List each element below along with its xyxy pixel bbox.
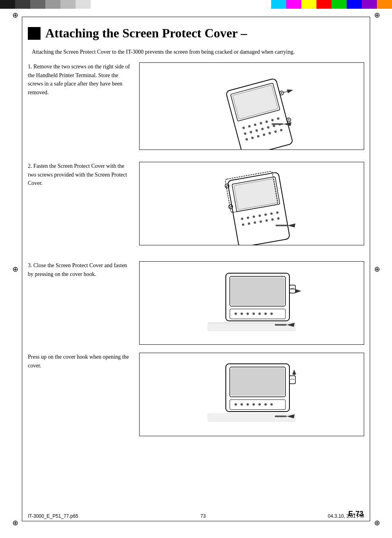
note-image: [139, 353, 364, 436]
bar-magenta: [286, 0, 301, 9]
bar-black: [0, 0, 15, 9]
svg-point-21: [268, 132, 271, 134]
reg-mark-bottom-right: ⊕: [373, 519, 381, 527]
bar-gray4: [76, 0, 91, 9]
svg-point-45: [248, 222, 250, 225]
svg-point-87: [258, 403, 261, 406]
step-1-image: [139, 62, 364, 150]
svg-point-86: [252, 403, 255, 406]
svg-point-65: [246, 313, 249, 315]
step-3-number: 3.: [28, 262, 32, 268]
svg-point-42: [270, 212, 273, 215]
title-section: Attaching the Screen Protect Cover –: [28, 26, 364, 41]
bar-green: [332, 0, 347, 9]
svg-rect-82: [230, 400, 285, 410]
bar-blue: [347, 0, 362, 9]
svg-marker-56: [287, 223, 295, 227]
step-1-svg: [188, 62, 315, 150]
svg-point-69: [270, 313, 273, 315]
svg-point-68: [264, 313, 267, 315]
svg-rect-60: [231, 278, 284, 305]
svg-point-83: [235, 403, 237, 406]
svg-point-8: [271, 118, 274, 121]
svg-rect-78: [231, 368, 284, 396]
svg-point-23: [280, 129, 283, 132]
step-2-svg: [188, 162, 315, 245]
svg-point-37: [241, 218, 243, 220]
step-1-text: 1. Remove the two screws on the right si…: [28, 62, 139, 97]
svg-rect-92: [275, 416, 287, 417]
reg-mark-top-right: ⊕: [373, 11, 381, 19]
step-2-text: 2. Fasten the Screen Protect Cover with …: [28, 162, 139, 188]
step-2-row: 2. Fasten the Screen Protect Cover with …: [28, 162, 364, 245]
svg-point-9: [277, 117, 279, 120]
svg-point-66: [252, 313, 255, 315]
svg-point-46: [254, 221, 256, 224]
footer-page-center: 73: [200, 513, 206, 519]
svg-point-13: [261, 128, 264, 130]
svg-point-10: [244, 132, 246, 135]
svg-point-5: [254, 123, 256, 126]
intro-paragraph: Attaching the Screen Protect Cover to th…: [32, 48, 364, 56]
bar-purple: [362, 0, 377, 9]
svg-point-12: [255, 129, 258, 132]
bar-gray2: [45, 0, 60, 9]
note-svg: [188, 355, 315, 434]
step-3-description: Close the Screen Protect Cover and faste…: [28, 262, 127, 277]
svg-point-3: [242, 126, 245, 129]
svg-rect-57: [276, 225, 287, 226]
svg-line-55: [229, 206, 232, 207]
svg-point-88: [264, 403, 267, 406]
svg-point-85: [246, 403, 249, 406]
svg-point-19: [257, 135, 260, 138]
step-2-description: Fasten the Screen Protect Cover with the…: [28, 163, 127, 186]
svg-rect-62: [230, 309, 285, 319]
reg-mark-mid-right: ⊕: [373, 265, 381, 273]
color-bars: [0, 0, 392, 9]
step-1-number: 1.: [28, 64, 32, 70]
page: ⊕ ⊕ ⊕ ⊕ ⊕ ⊕ Attaching the Screen Protect…: [0, 0, 392, 538]
title-dash: –: [237, 26, 247, 40]
step-3-text: 3. Close the Screen Protect Cover and fa…: [28, 261, 139, 278]
svg-point-39: [252, 216, 255, 218]
svg-rect-33: [272, 123, 283, 125]
svg-point-63: [235, 313, 237, 315]
bar-gray3: [60, 0, 76, 9]
title-text: Attaching the Screen Protect Cover: [45, 26, 237, 40]
note-text: Press up on the cover hook when opening …: [28, 353, 139, 370]
bar-cyan: [271, 0, 286, 9]
step-3-image: [139, 261, 364, 345]
svg-point-38: [246, 216, 249, 219]
svg-point-89: [270, 403, 273, 406]
svg-rect-75: [275, 324, 287, 326]
note-row: Press up on the cover hook when opening …: [28, 353, 364, 436]
reg-mark-bottom-left: ⊕: [11, 519, 19, 527]
svg-point-4: [248, 125, 251, 128]
svg-point-47: [259, 220, 262, 223]
svg-point-18: [251, 136, 254, 139]
svg-point-11: [250, 130, 252, 133]
footer: IT-3000_E_P51_77.p65 73 04.3.10, 3:01 PM: [28, 513, 364, 519]
svg-point-41: [264, 213, 267, 216]
bar-dark: [15, 0, 30, 9]
step-1-description: Remove the two screws on the right side …: [28, 64, 130, 95]
page-title: Attaching the Screen Protect Cover –: [45, 26, 247, 41]
step-2-image: [139, 162, 364, 245]
step-3-row: 3. Close the Screen Protect Cover and fa…: [28, 261, 364, 345]
svg-point-17: [245, 138, 248, 141]
bar-red: [316, 0, 332, 9]
border-top: [22, 17, 370, 17]
svg-point-44: [242, 223, 245, 226]
svg-point-48: [265, 219, 268, 222]
color-bar-right: [196, 0, 392, 9]
svg-point-50: [277, 217, 280, 220]
svg-point-14: [267, 126, 270, 129]
border-left: [22, 17, 22, 521]
svg-point-64: [241, 313, 243, 315]
border-right: [370, 17, 370, 521]
step-2-number: 2.: [28, 163, 32, 169]
border-bottom: [22, 521, 370, 521]
svg-point-6: [260, 122, 262, 124]
svg-marker-70: [295, 289, 301, 293]
svg-marker-30: [287, 88, 294, 93]
